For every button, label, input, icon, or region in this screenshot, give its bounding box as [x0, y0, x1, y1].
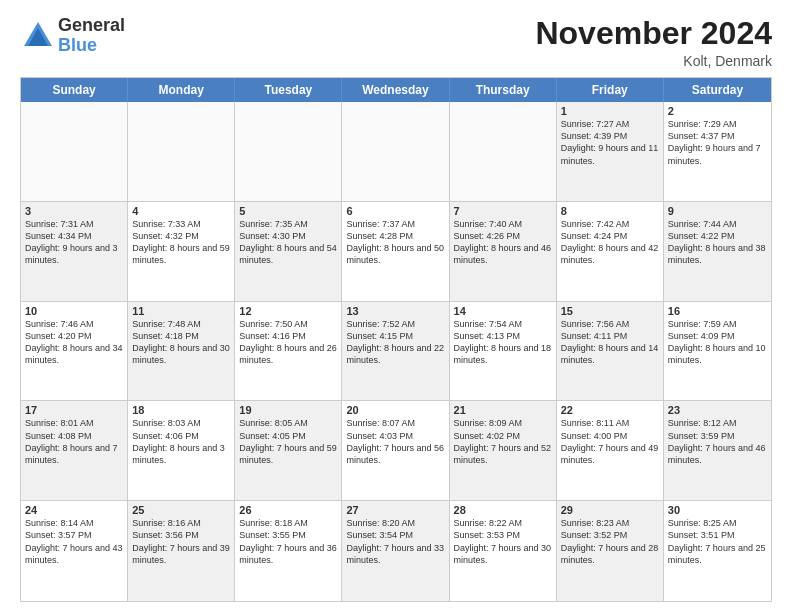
day-info: Sunrise: 8:23 AM Sunset: 3:52 PM Dayligh…	[561, 517, 659, 566]
day-cell-20: 20Sunrise: 8:07 AM Sunset: 4:03 PM Dayli…	[342, 401, 449, 500]
day-info: Sunrise: 7:56 AM Sunset: 4:11 PM Dayligh…	[561, 318, 659, 367]
calendar-row-2: 3Sunrise: 7:31 AM Sunset: 4:34 PM Daylig…	[21, 202, 771, 302]
day-cell-9: 9Sunrise: 7:44 AM Sunset: 4:22 PM Daylig…	[664, 202, 771, 301]
day-number: 14	[454, 305, 552, 317]
location: Kolt, Denmark	[535, 53, 772, 69]
day-number: 21	[454, 404, 552, 416]
day-info: Sunrise: 8:18 AM Sunset: 3:55 PM Dayligh…	[239, 517, 337, 566]
calendar-row-1: 1Sunrise: 7:27 AM Sunset: 4:39 PM Daylig…	[21, 102, 771, 202]
day-info: Sunrise: 8:07 AM Sunset: 4:03 PM Dayligh…	[346, 417, 444, 466]
day-info: Sunrise: 7:35 AM Sunset: 4:30 PM Dayligh…	[239, 218, 337, 267]
day-info: Sunrise: 8:12 AM Sunset: 3:59 PM Dayligh…	[668, 417, 767, 466]
day-number: 13	[346, 305, 444, 317]
calendar-header: SundayMondayTuesdayWednesdayThursdayFrid…	[21, 78, 771, 102]
day-info: Sunrise: 8:03 AM Sunset: 4:06 PM Dayligh…	[132, 417, 230, 466]
day-info: Sunrise: 8:09 AM Sunset: 4:02 PM Dayligh…	[454, 417, 552, 466]
day-info: Sunrise: 7:46 AM Sunset: 4:20 PM Dayligh…	[25, 318, 123, 367]
day-cell-23: 23Sunrise: 8:12 AM Sunset: 3:59 PM Dayli…	[664, 401, 771, 500]
day-of-week-tuesday: Tuesday	[235, 78, 342, 102]
day-cell-22: 22Sunrise: 8:11 AM Sunset: 4:00 PM Dayli…	[557, 401, 664, 500]
day-of-week-thursday: Thursday	[450, 78, 557, 102]
day-info: Sunrise: 7:48 AM Sunset: 4:18 PM Dayligh…	[132, 318, 230, 367]
day-number: 30	[668, 504, 767, 516]
day-cell-28: 28Sunrise: 8:22 AM Sunset: 3:53 PM Dayli…	[450, 501, 557, 601]
day-cell-7: 7Sunrise: 7:40 AM Sunset: 4:26 PM Daylig…	[450, 202, 557, 301]
header: General Blue November 2024 Kolt, Denmark	[20, 16, 772, 69]
empty-cell	[450, 102, 557, 201]
day-number: 4	[132, 205, 230, 217]
day-number: 24	[25, 504, 123, 516]
logo-icon	[20, 18, 56, 54]
day-number: 27	[346, 504, 444, 516]
day-info: Sunrise: 8:11 AM Sunset: 4:00 PM Dayligh…	[561, 417, 659, 466]
day-cell-24: 24Sunrise: 8:14 AM Sunset: 3:57 PM Dayli…	[21, 501, 128, 601]
day-cell-10: 10Sunrise: 7:46 AM Sunset: 4:20 PM Dayli…	[21, 302, 128, 401]
day-cell-19: 19Sunrise: 8:05 AM Sunset: 4:05 PM Dayli…	[235, 401, 342, 500]
calendar: SundayMondayTuesdayWednesdayThursdayFrid…	[20, 77, 772, 602]
day-number: 8	[561, 205, 659, 217]
day-number: 26	[239, 504, 337, 516]
page: General Blue November 2024 Kolt, Denmark…	[0, 0, 792, 612]
day-cell-11: 11Sunrise: 7:48 AM Sunset: 4:18 PM Dayli…	[128, 302, 235, 401]
day-number: 10	[25, 305, 123, 317]
day-number: 25	[132, 504, 230, 516]
day-number: 5	[239, 205, 337, 217]
day-number: 11	[132, 305, 230, 317]
day-info: Sunrise: 7:59 AM Sunset: 4:09 PM Dayligh…	[668, 318, 767, 367]
month-title: November 2024	[535, 16, 772, 51]
day-of-week-sunday: Sunday	[21, 78, 128, 102]
day-cell-8: 8Sunrise: 7:42 AM Sunset: 4:24 PM Daylig…	[557, 202, 664, 301]
day-cell-3: 3Sunrise: 7:31 AM Sunset: 4:34 PM Daylig…	[21, 202, 128, 301]
day-number: 15	[561, 305, 659, 317]
day-number: 18	[132, 404, 230, 416]
day-info: Sunrise: 7:33 AM Sunset: 4:32 PM Dayligh…	[132, 218, 230, 267]
day-info: Sunrise: 8:22 AM Sunset: 3:53 PM Dayligh…	[454, 517, 552, 566]
day-info: Sunrise: 7:40 AM Sunset: 4:26 PM Dayligh…	[454, 218, 552, 267]
day-number: 3	[25, 205, 123, 217]
day-number: 23	[668, 404, 767, 416]
day-number: 12	[239, 305, 337, 317]
day-info: Sunrise: 8:14 AM Sunset: 3:57 PM Dayligh…	[25, 517, 123, 566]
day-cell-15: 15Sunrise: 7:56 AM Sunset: 4:11 PM Dayli…	[557, 302, 664, 401]
day-cell-16: 16Sunrise: 7:59 AM Sunset: 4:09 PM Dayli…	[664, 302, 771, 401]
day-cell-26: 26Sunrise: 8:18 AM Sunset: 3:55 PM Dayli…	[235, 501, 342, 601]
day-cell-2: 2Sunrise: 7:29 AM Sunset: 4:37 PM Daylig…	[664, 102, 771, 201]
calendar-row-4: 17Sunrise: 8:01 AM Sunset: 4:08 PM Dayli…	[21, 401, 771, 501]
day-of-week-wednesday: Wednesday	[342, 78, 449, 102]
day-info: Sunrise: 8:05 AM Sunset: 4:05 PM Dayligh…	[239, 417, 337, 466]
day-info: Sunrise: 7:50 AM Sunset: 4:16 PM Dayligh…	[239, 318, 337, 367]
day-cell-6: 6Sunrise: 7:37 AM Sunset: 4:28 PM Daylig…	[342, 202, 449, 301]
calendar-body: 1Sunrise: 7:27 AM Sunset: 4:39 PM Daylig…	[21, 102, 771, 601]
day-number: 6	[346, 205, 444, 217]
empty-cell	[21, 102, 128, 201]
day-info: Sunrise: 7:29 AM Sunset: 4:37 PM Dayligh…	[668, 118, 767, 167]
day-cell-25: 25Sunrise: 8:16 AM Sunset: 3:56 PM Dayli…	[128, 501, 235, 601]
day-of-week-friday: Friday	[557, 78, 664, 102]
day-number: 28	[454, 504, 552, 516]
day-cell-17: 17Sunrise: 8:01 AM Sunset: 4:08 PM Dayli…	[21, 401, 128, 500]
day-info: Sunrise: 7:52 AM Sunset: 4:15 PM Dayligh…	[346, 318, 444, 367]
empty-cell	[128, 102, 235, 201]
day-cell-18: 18Sunrise: 8:03 AM Sunset: 4:06 PM Dayli…	[128, 401, 235, 500]
calendar-row-5: 24Sunrise: 8:14 AM Sunset: 3:57 PM Dayli…	[21, 501, 771, 601]
day-cell-21: 21Sunrise: 8:09 AM Sunset: 4:02 PM Dayli…	[450, 401, 557, 500]
day-cell-14: 14Sunrise: 7:54 AM Sunset: 4:13 PM Dayli…	[450, 302, 557, 401]
logo-blue: Blue	[58, 36, 125, 56]
logo: General Blue	[20, 16, 125, 56]
day-cell-29: 29Sunrise: 8:23 AM Sunset: 3:52 PM Dayli…	[557, 501, 664, 601]
title-block: November 2024 Kolt, Denmark	[535, 16, 772, 69]
day-number: 1	[561, 105, 659, 117]
day-cell-13: 13Sunrise: 7:52 AM Sunset: 4:15 PM Dayli…	[342, 302, 449, 401]
day-number: 22	[561, 404, 659, 416]
day-number: 2	[668, 105, 767, 117]
day-cell-4: 4Sunrise: 7:33 AM Sunset: 4:32 PM Daylig…	[128, 202, 235, 301]
day-cell-30: 30Sunrise: 8:25 AM Sunset: 3:51 PM Dayli…	[664, 501, 771, 601]
day-cell-1: 1Sunrise: 7:27 AM Sunset: 4:39 PM Daylig…	[557, 102, 664, 201]
day-info: Sunrise: 8:20 AM Sunset: 3:54 PM Dayligh…	[346, 517, 444, 566]
day-cell-12: 12Sunrise: 7:50 AM Sunset: 4:16 PM Dayli…	[235, 302, 342, 401]
day-info: Sunrise: 7:37 AM Sunset: 4:28 PM Dayligh…	[346, 218, 444, 267]
day-info: Sunrise: 7:54 AM Sunset: 4:13 PM Dayligh…	[454, 318, 552, 367]
calendar-row-3: 10Sunrise: 7:46 AM Sunset: 4:20 PM Dayli…	[21, 302, 771, 402]
logo-text: General Blue	[58, 16, 125, 56]
day-number: 19	[239, 404, 337, 416]
